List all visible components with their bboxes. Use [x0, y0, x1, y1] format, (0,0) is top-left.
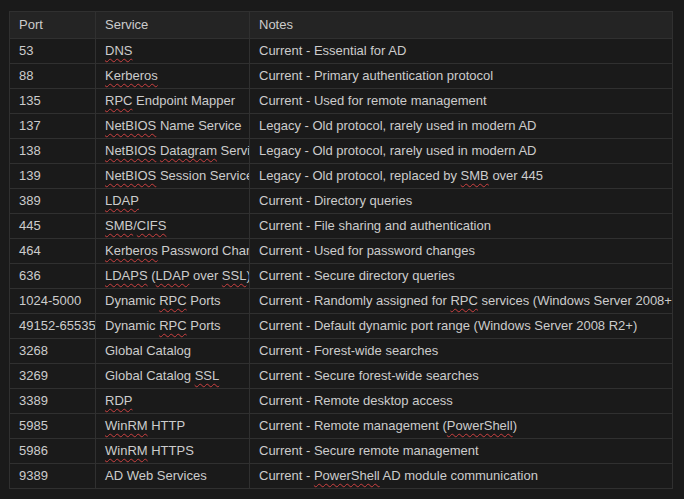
misspelled-word: RPC — [105, 93, 132, 108]
cell-service: Global Catalog SSL — [96, 364, 250, 389]
cell-service: Dynamic RPC Ports — [96, 314, 250, 339]
cell-notes: Current - Secure remote management — [250, 439, 673, 464]
cell-service: NetBIOS Name Service — [96, 114, 250, 139]
ad-ports-table: Port Service Notes 53DNSCurrent - Essent… — [9, 11, 673, 489]
table-row: 445SMB/CIFSCurrent - File sharing and au… — [10, 214, 673, 239]
cell-port: 3389 — [10, 389, 96, 414]
cell-port: 1024-5000 — [10, 289, 96, 314]
misspelled-word: WinRM — [105, 418, 148, 433]
col-header-notes: Notes — [250, 12, 673, 39]
cell-service: LDAP — [96, 189, 250, 214]
table-row: 3389RDPCurrent - Remote desktop access — [10, 389, 673, 414]
misspelled-word: NetBIOS — [105, 143, 156, 158]
cell-notes: Legacy - Old protocol, rarely used in mo… — [250, 139, 673, 164]
cell-port: 445 — [10, 214, 96, 239]
misspelled-word: RPC — [159, 318, 186, 333]
cell-service: RPC Endpoint Mapper — [96, 89, 250, 114]
cell-service: RDP — [96, 389, 250, 414]
col-header-port: Port — [10, 12, 96, 39]
cell-port: 389 — [10, 189, 96, 214]
misspelled-word: Kerberos — [105, 243, 158, 258]
table-header-row: Port Service Notes — [10, 12, 673, 39]
cell-port: 5985 — [10, 414, 96, 439]
cell-service: AD Web Services — [96, 464, 250, 489]
cell-port: 135 — [10, 89, 96, 114]
misspelled-word: DNS — [105, 43, 132, 58]
cell-port: 138 — [10, 139, 96, 164]
table-row: 88KerberosCurrent - Primary authenticati… — [10, 64, 673, 89]
cell-port: 137 — [10, 114, 96, 139]
cell-port: 49152-65535 — [10, 314, 96, 339]
cell-notes: Current - Default dynamic port range (Wi… — [250, 314, 673, 339]
cell-notes: Legacy - Old protocol, rarely used in mo… — [250, 114, 673, 139]
table-row: 135RPC Endpoint MapperCurrent - Used for… — [10, 89, 673, 114]
cell-notes: Current - Secure directory queries — [250, 264, 673, 289]
table-row: 3268Global CatalogCurrent - Forest-wide … — [10, 339, 673, 364]
table-row: 137NetBIOS Name ServiceLegacy - Old prot… — [10, 114, 673, 139]
cell-notes: Current - Remote desktop access — [250, 389, 673, 414]
cell-port: 53 — [10, 39, 96, 64]
cell-service: NetBIOS Session Service — [96, 164, 250, 189]
misspelled-word: LDAP — [156, 268, 190, 283]
cell-service: LDAPS (LDAP over SSL) — [96, 264, 250, 289]
table-row: 464Kerberos Password ChangeCurrent - Use… — [10, 239, 673, 264]
table-row: 9389AD Web ServicesCurrent - PowerShell … — [10, 464, 673, 489]
cell-port: 636 — [10, 264, 96, 289]
misspelled-word: SMB — [461, 168, 489, 183]
misspelled-word: SSL — [195, 368, 220, 383]
cell-service: DNS — [96, 39, 250, 64]
table-body: 53DNSCurrent - Essential for AD88Kerbero… — [10, 39, 673, 489]
table-row: 138NetBIOS Datagram ServiceLegacy - Old … — [10, 139, 673, 164]
misspelled-word: RPC — [159, 293, 186, 308]
cell-port: 88 — [10, 64, 96, 89]
misspelled-word: RPC — [450, 293, 477, 308]
table-row: 5985WinRM HTTPCurrent - Remote managemen… — [10, 414, 673, 439]
table-row: 1024-5000Dynamic RPC PortsCurrent - Rand… — [10, 289, 673, 314]
cell-port: 3269 — [10, 364, 96, 389]
misspelled-word: SMB — [105, 218, 133, 233]
cell-service: Global Catalog — [96, 339, 250, 364]
cell-notes: Current - File sharing and authenticatio… — [250, 214, 673, 239]
cell-port: 3268 — [10, 339, 96, 364]
table-row: 636LDAPS (LDAP over SSL)Current - Secure… — [10, 264, 673, 289]
cell-port: 464 — [10, 239, 96, 264]
table-row: 139NetBIOS Session ServiceLegacy - Old p… — [10, 164, 673, 189]
misspelled-word: LDAP — [105, 193, 139, 208]
table-header: Port Service Notes — [10, 12, 673, 39]
misspelled-word: Datagram — [160, 143, 217, 158]
cell-service: Kerberos Password Change — [96, 239, 250, 264]
cell-notes: Current - Secure forest-wide searches — [250, 364, 673, 389]
cell-port: 9389 — [10, 464, 96, 489]
misspelled-word: PowerShell — [314, 468, 380, 483]
misspelled-word: Kerberos — [105, 68, 158, 83]
cell-notes: Current - Essential for AD — [250, 39, 673, 64]
misspelled-word: NetBIOS — [105, 118, 156, 133]
misspelled-word: RDP — [105, 393, 132, 408]
table-row: 3269Global Catalog SSLCurrent - Secure f… — [10, 364, 673, 389]
cell-port: 5986 — [10, 439, 96, 464]
cell-notes: Current - Used for remote management — [250, 89, 673, 114]
cell-notes: Current - Forest-wide searches — [250, 339, 673, 364]
col-header-service: Service — [96, 12, 250, 39]
cell-notes: Legacy - Old protocol, replaced by SMB o… — [250, 164, 673, 189]
cell-service: Dynamic RPC Ports — [96, 289, 250, 314]
cell-port: 139 — [10, 164, 96, 189]
cell-service: Kerberos — [96, 64, 250, 89]
misspelled-word: LDAPS — [105, 268, 148, 283]
cell-notes: Current - Remote management (PowerShell) — [250, 414, 673, 439]
misspelled-word: WinRM — [105, 443, 148, 458]
table-row: 389LDAPCurrent - Directory queries — [10, 189, 673, 214]
misspelled-word: PowerShell — [447, 418, 513, 433]
table-row: 53DNSCurrent - Essential for AD — [10, 39, 673, 64]
markdown-preview: Port Service Notes 53DNSCurrent - Essent… — [0, 0, 684, 497]
cell-service: SMB/CIFS — [96, 214, 250, 239]
cell-service: NetBIOS Datagram Service — [96, 139, 250, 164]
cell-service: WinRM HTTP — [96, 414, 250, 439]
cell-notes: Current - Primary authentication protoco… — [250, 64, 673, 89]
misspelled-word: CIFS — [137, 218, 167, 233]
cell-notes: Current - Directory queries — [250, 189, 673, 214]
misspelled-word: SSL — [222, 268, 247, 283]
misspelled-word: NetBIOS — [105, 168, 156, 183]
cell-notes: Current - Randomly assigned for RPC serv… — [250, 289, 673, 314]
table-row: 49152-65535Dynamic RPC PortsCurrent - De… — [10, 314, 673, 339]
